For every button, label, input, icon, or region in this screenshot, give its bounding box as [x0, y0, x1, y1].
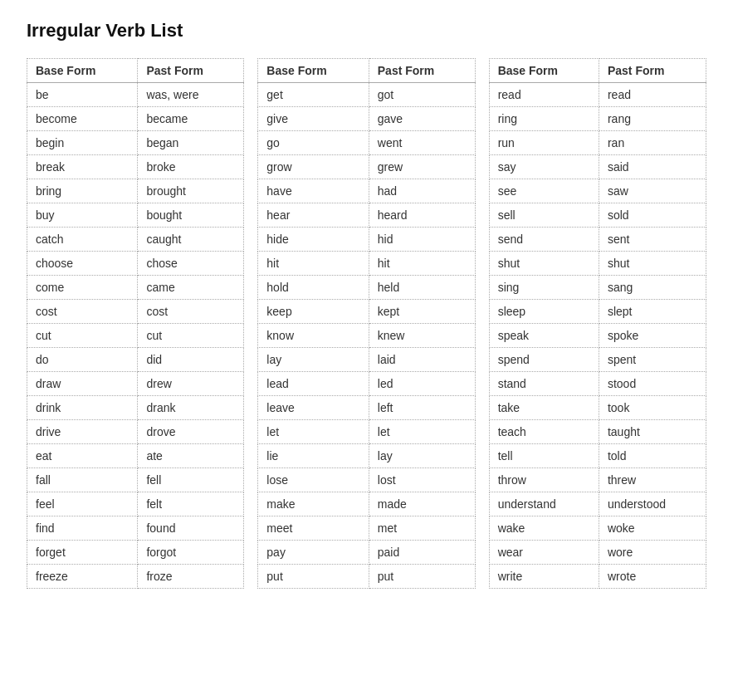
table-row: comecame [27, 276, 244, 300]
past-form-cell: hit [369, 252, 475, 276]
past-form-cell: came [138, 276, 244, 300]
tables-container: Base Form Past Form bewas, werebecomebec… [27, 58, 706, 589]
base-form-cell: wake [489, 516, 599, 541]
base-form-cell: grow [258, 155, 369, 179]
table-row: drinkdrank [27, 396, 244, 420]
past-form-cell: said [599, 155, 706, 179]
table-row: choosechose [27, 252, 244, 276]
table-row: havehad [258, 179, 475, 203]
past-form-cell: left [369, 396, 475, 420]
past-form-cell: caught [138, 228, 244, 252]
table-row: loselost [258, 468, 475, 492]
table-row: shutshut [489, 252, 706, 276]
table-row: laylaid [258, 348, 475, 372]
past-form-cell: heard [369, 203, 475, 228]
base-form-cell: read [489, 83, 599, 107]
base-form-cell: drive [27, 420, 138, 444]
base-form-cell: lead [258, 372, 369, 396]
table3-header-base: Base Form [489, 59, 599, 83]
past-form-cell: began [138, 131, 244, 155]
base-form-cell: forget [27, 541, 138, 565]
base-form-cell: shut [489, 252, 599, 276]
table-row: sellsold [489, 203, 706, 228]
past-form-cell: sold [599, 203, 706, 228]
base-form-cell: hold [258, 276, 369, 300]
past-form-cell: woke [599, 516, 706, 541]
verb-table-3: Base Form Past Form readreadringrangrunr… [489, 58, 706, 589]
page-title: Irregular Verb List [27, 20, 706, 42]
table-row: catchcaught [27, 228, 244, 252]
base-form-cell: draw [27, 372, 138, 396]
base-form-cell: keep [258, 300, 369, 324]
table-row: saysaid [489, 155, 706, 179]
table-row: meetmet [258, 516, 475, 541]
table-row: costcost [27, 300, 244, 324]
verb-table-2: Base Form Past Form getgotgivegavegowent… [257, 58, 475, 589]
base-form-cell: have [258, 179, 369, 203]
past-form-cell: understood [599, 492, 706, 516]
past-form-cell: made [369, 492, 475, 516]
past-form-cell: threw [599, 468, 706, 492]
table-row: leadled [258, 372, 475, 396]
base-form-cell: hit [258, 252, 369, 276]
base-form-cell: feel [27, 492, 138, 516]
base-form-cell: eat [27, 444, 138, 468]
past-form-cell: saw [599, 179, 706, 203]
table-row: ringrang [489, 107, 706, 131]
past-form-cell: wore [599, 541, 706, 565]
base-form-cell: pay [258, 541, 369, 565]
past-form-cell: found [138, 516, 244, 541]
past-form-cell: led [369, 372, 475, 396]
past-form-cell: put [369, 565, 475, 589]
base-form-cell: hear [258, 203, 369, 228]
past-form-cell: let [369, 420, 475, 444]
table-row: feelfelt [27, 492, 244, 516]
past-form-cell: froze [138, 565, 244, 589]
table-row: holdheld [258, 276, 475, 300]
base-form-cell: sell [489, 203, 599, 228]
table3-header-past: Past Form [599, 59, 706, 83]
past-form-cell: broke [138, 155, 244, 179]
table-row: hearheard [258, 203, 475, 228]
table-row: fallfell [27, 468, 244, 492]
base-form-cell: understand [489, 492, 599, 516]
base-form-cell: know [258, 324, 369, 348]
past-form-cell: spoke [599, 324, 706, 348]
base-form-cell: begin [27, 131, 138, 155]
past-form-cell: drew [138, 372, 244, 396]
base-form-cell: send [489, 228, 599, 252]
base-form-cell: come [27, 276, 138, 300]
table-row: becomebecame [27, 107, 244, 131]
past-form-cell: kept [369, 300, 475, 324]
table1-header-base: Base Form [27, 59, 138, 83]
past-form-cell: forgot [138, 541, 244, 565]
past-form-cell: sent [599, 228, 706, 252]
past-form-cell: lost [369, 468, 475, 492]
base-form-cell: ring [489, 107, 599, 131]
base-form-cell: choose [27, 252, 138, 276]
base-form-cell: meet [258, 516, 369, 541]
table-row: drawdrew [27, 372, 244, 396]
base-form-cell: lose [258, 468, 369, 492]
table-row: buybought [27, 203, 244, 228]
table-row: eatate [27, 444, 244, 468]
past-form-cell: sang [599, 276, 706, 300]
table-row: spendspent [489, 348, 706, 372]
base-form-cell: let [258, 420, 369, 444]
base-form-cell: become [27, 107, 138, 131]
table-row: paypaid [258, 541, 475, 565]
base-form-cell: catch [27, 228, 138, 252]
past-form-cell: held [369, 276, 475, 300]
past-form-cell: fell [138, 468, 244, 492]
table-row: gowent [258, 131, 475, 155]
base-form-cell: bring [27, 179, 138, 203]
base-form-cell: leave [258, 396, 369, 420]
past-form-cell: chose [138, 252, 244, 276]
base-form-cell: say [489, 155, 599, 179]
table-row: singsang [489, 276, 706, 300]
table-row: letlet [258, 420, 475, 444]
past-form-cell: stood [599, 372, 706, 396]
table-row: cutcut [27, 324, 244, 348]
past-form-cell: cost [138, 300, 244, 324]
table-row: sendsent [489, 228, 706, 252]
